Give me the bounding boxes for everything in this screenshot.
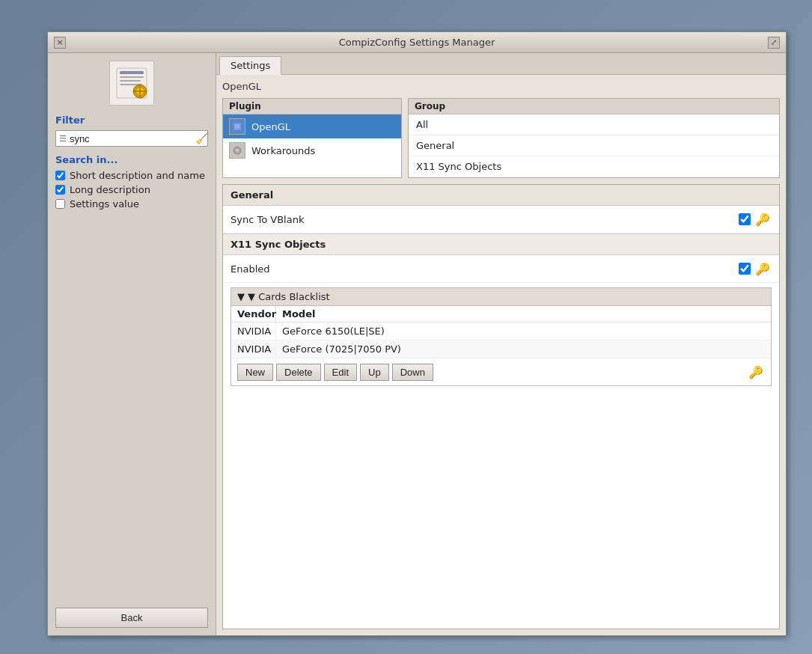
sync-to-vblank-row: Sync To VBlank 🔑: [223, 206, 779, 233]
filter-label: Filter: [55, 114, 208, 126]
up-button[interactable]: Up: [360, 364, 389, 381]
x11sync-section-header: X11 Sync Objects: [223, 233, 779, 255]
back-button[interactable]: Back: [55, 608, 208, 628]
delete-button[interactable]: Delete: [276, 364, 321, 381]
plugin-workarounds-label: Workarounds: [251, 145, 315, 156]
main-content: OpenGL Plugin: [216, 75, 786, 635]
window: × CompizConfig Settings Manager ⤢: [47, 31, 787, 636]
enabled-checkbox[interactable]: [739, 263, 751, 275]
search-box[interactable]: ☰ 🧹: [55, 130, 208, 147]
plugin-list-header: Plugin: [223, 99, 401, 114]
enabled-label: Enabled: [231, 263, 739, 275]
plugin-group-panel: Plugin OpenGL: [222, 98, 780, 178]
edit-button[interactable]: Edit: [324, 364, 357, 381]
settings-panel-wrap: General Sync To VBlank 🔑 X11 Sync Object…: [222, 184, 780, 629]
workarounds-icon: [229, 142, 245, 159]
cards-table-header: Vendor Model: [231, 306, 771, 323]
search-input[interactable]: [70, 133, 195, 144]
blacklist-reset-button[interactable]: 🔑: [747, 363, 765, 381]
cards-blacklist: ▼ ▼ Cards Blacklist Vendor Model NVIDIA …: [231, 287, 772, 386]
content-area: Settings OpenGL Plugin: [216, 53, 786, 635]
row2-model: GeForce (7025|7050 PV): [276, 340, 771, 358]
cards-blacklist-label: ▼ Cards Blacklist: [248, 291, 330, 302]
group-item-general[interactable]: General: [409, 135, 779, 156]
row2-vendor: NVIDIA: [231, 340, 276, 358]
group-item-x11sync[interactable]: X11 Sync Objects: [409, 156, 779, 177]
short-desc-checkbox[interactable]: [55, 171, 65, 180]
logo-area: [55, 61, 208, 106]
desktop: × CompizConfig Settings Manager ⤢: [0, 0, 812, 654]
long-desc-checkbox[interactable]: [55, 185, 65, 195]
sync-to-vblank-controls: 🔑: [739, 210, 772, 228]
group-item-all[interactable]: All: [409, 114, 779, 135]
close-button[interactable]: ×: [54, 37, 66, 49]
clear-icon[interactable]: 🧹: [195, 132, 208, 144]
tabs-bar: Settings: [216, 53, 786, 75]
long-desc-label: Long description: [70, 184, 150, 195]
titlebar: × CompizConfig Settings Manager ⤢: [48, 32, 786, 53]
checkbox-long-desc[interactable]: Long description: [55, 184, 208, 195]
expand-button[interactable]: ⤢: [768, 37, 780, 49]
breadcrumb: OpenGL: [222, 81, 780, 92]
down-button[interactable]: Down: [392, 364, 433, 381]
plugin-item-workarounds[interactable]: Workarounds: [223, 138, 401, 162]
svg-rect-3: [120, 80, 141, 82]
short-desc-label: Short description and name: [70, 170, 205, 181]
svg-rect-11: [235, 124, 239, 129]
table-actions: New Delete Edit Up Down 🔑: [231, 358, 771, 385]
sidebar: Filter ☰ 🧹 Search in... Short descriptio…: [48, 53, 216, 635]
group-list-header: Group: [409, 99, 779, 114]
plugin-list: Plugin OpenGL: [222, 98, 402, 178]
table-row[interactable]: NVIDIA GeForce 6150(LE|SE): [231, 323, 771, 340]
cards-blacklist-header: ▼ ▼ Cards Blacklist: [231, 288, 771, 306]
window-body: Filter ☰ 🧹 Search in... Short descriptio…: [48, 53, 786, 635]
sync-to-vblank-reset[interactable]: 🔑: [754, 210, 772, 228]
group-list: Group All General X11 Sync Objects: [408, 98, 780, 178]
settings-val-checkbox[interactable]: [55, 199, 65, 209]
search-in-label: Search in...: [55, 154, 208, 165]
settings-val-label: Settings value: [70, 198, 139, 210]
back-btn-container: Back: [55, 600, 208, 628]
plugin-opengl-label: OpenGL: [251, 121, 290, 132]
vendor-col-header: Vendor: [231, 306, 276, 322]
new-button[interactable]: New: [237, 364, 273, 381]
svg-rect-2: [120, 76, 144, 78]
plugin-item-opengl[interactable]: OpenGL: [223, 114, 401, 138]
row1-vendor: NVIDIA: [231, 323, 276, 340]
collapse-icon: ▼: [237, 291, 245, 302]
sync-to-vblank-checkbox[interactable]: [739, 213, 751, 225]
svg-rect-1: [120, 71, 144, 74]
checkbox-short-desc[interactable]: Short description and name: [55, 170, 208, 181]
table-row[interactable]: NVIDIA GeForce (7025|7050 PV): [231, 340, 771, 358]
settings-panel: General Sync To VBlank 🔑 X11 Sync Object…: [222, 184, 780, 629]
general-section-header: General: [223, 185, 779, 206]
window-title: CompizConfig Settings Manager: [339, 37, 495, 48]
row1-model: GeForce 6150(LE|SE): [276, 323, 771, 340]
tab-settings[interactable]: Settings: [219, 56, 281, 75]
sync-to-vblank-label: Sync To VBlank: [231, 214, 739, 225]
svg-point-14: [236, 149, 239, 152]
search-icon: ☰: [59, 134, 67, 144]
checkbox-settings-val[interactable]: Settings value: [55, 198, 208, 210]
opengl-icon: [229, 118, 245, 135]
model-col-header: Model: [276, 306, 771, 322]
enabled-row: Enabled 🔑: [223, 255, 779, 283]
enabled-reset[interactable]: 🔑: [754, 260, 772, 278]
app-logo: [109, 61, 154, 106]
enabled-controls: 🔑: [739, 260, 772, 278]
